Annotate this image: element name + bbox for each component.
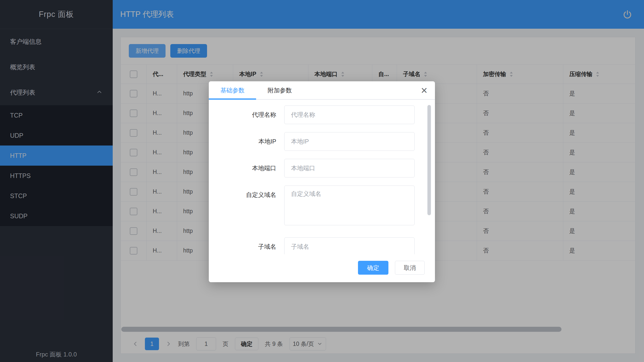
dialog-body: 代理名称 本地IP 本地端口 自定义域名 子域名 — [209, 100, 435, 254]
form-row-custom-domains: 自定义域名 — [209, 186, 435, 225]
form-row-local-ip: 本地IP — [209, 132, 435, 151]
close-icon[interactable]: × — [419, 83, 429, 97]
subdomain-input[interactable] — [284, 237, 415, 254]
tab-basic-params[interactable]: 基础参数 — [209, 81, 256, 99]
proxy-name-input[interactable] — [284, 105, 415, 124]
custom-domains-textarea[interactable] — [284, 186, 415, 225]
proxy-name-label: 代理名称 — [209, 105, 284, 124]
app-root: Frpc 面板 客户端信息 概览列表 代理列表 TCP UDP HTTP HTT… — [0, 0, 644, 362]
form-row-local-port: 本地端口 — [209, 159, 435, 177]
dialog-scrollbar-thumb[interactable] — [427, 105, 431, 215]
subdomain-label: 子域名 — [209, 237, 284, 254]
dialog-cancel-button[interactable]: 取消 — [395, 261, 425, 275]
local-ip-input[interactable] — [284, 132, 415, 151]
dialog-footer: 确定 取消 — [209, 254, 435, 282]
form-row-subdomain: 子域名 — [209, 237, 435, 254]
proxy-dialog: 基础参数 附加参数 × 代理名称 本地IP 本地端口 自定义域名 子域名 — [209, 81, 435, 282]
local-port-input[interactable] — [284, 159, 415, 177]
tab-extra-params[interactable]: 附加参数 — [256, 81, 303, 99]
local-ip-label: 本地IP — [209, 132, 284, 151]
form-row-proxy-name: 代理名称 — [209, 105, 435, 124]
dialog-tabs: 基础参数 附加参数 × — [209, 81, 435, 100]
custom-domains-label: 自定义域名 — [209, 186, 284, 225]
local-port-label: 本地端口 — [209, 159, 284, 177]
dialog-confirm-button[interactable]: 确定 — [358, 261, 388, 275]
